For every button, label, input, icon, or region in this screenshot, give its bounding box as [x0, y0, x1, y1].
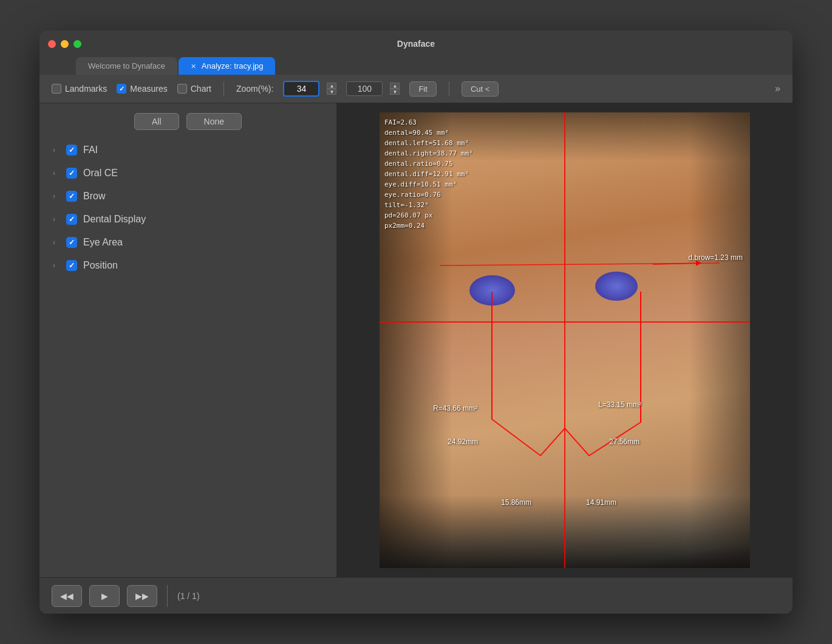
tab-analyze[interactable]: ✕ Analyze: tracy.jpg: [179, 57, 276, 75]
chart-checkbox[interactable]: [177, 84, 187, 94]
right-dist-label: 27.56mm: [609, 437, 639, 446]
tab-close-icon[interactable]: ✕: [191, 63, 196, 70]
left-dist-label: 24.92mm: [448, 437, 478, 446]
stat-tilt: tilt=-1.32°: [384, 200, 473, 210]
separator-1: [223, 81, 224, 96]
cut-button[interactable]: Cut <: [462, 81, 499, 97]
r-eye-label: R=43.66 mm²: [433, 404, 477, 413]
bottom-left-label: 15.86mm: [501, 498, 531, 507]
all-button[interactable]: All: [134, 113, 179, 130]
image-area: FAI=2.63 dental=90.45 mm² dental.left=51…: [337, 103, 793, 577]
measure-name-position: Position: [83, 260, 118, 271]
list-item[interactable]: › FAI: [49, 140, 327, 160]
next-button[interactable]: ▶▶: [127, 585, 157, 607]
face-image: FAI=2.63 dental=90.45 mm² dental.left=51…: [380, 112, 750, 568]
measure-name-dental-display: Dental Display: [83, 214, 146, 225]
brow-checkbox[interactable]: [66, 191, 77, 202]
minimize-button[interactable]: [61, 40, 69, 48]
stat-fai: FAI=2.63: [384, 117, 473, 128]
measure-list: › FAI › Oral CE › Brow › Dental: [49, 140, 327, 276]
zoom-input[interactable]: 34: [283, 81, 319, 97]
stat-dental-left: dental.left=51.68 mm²: [384, 138, 473, 148]
none-button[interactable]: None: [186, 113, 242, 130]
bottom-right-label: 14.91mm: [586, 498, 616, 507]
face-container: FAI=2.63 dental=90.45 mm² dental.left=51…: [337, 103, 793, 577]
maximize-button[interactable]: [73, 40, 81, 48]
titlebar: Dynaface: [39, 30, 793, 57]
measure-name-oral-ce: Oral CE: [83, 168, 118, 179]
d-brow-label: d.brow=1.23 mm: [688, 253, 743, 262]
chevron-icon: ›: [53, 261, 60, 270]
chart-label: Chart: [191, 84, 211, 94]
list-item[interactable]: › Dental Display: [49, 209, 327, 230]
list-item[interactable]: › Eye Area: [49, 232, 327, 253]
zoom-spinner[interactable]: ▲ ▼: [327, 83, 336, 95]
chevron-icon: ›: [53, 192, 60, 200]
measure-name-fai: FAI: [83, 145, 98, 156]
stat-px2mm: px2mm=0.24: [384, 221, 473, 231]
main-window: Dynaface Welcome to Dynaface ✕ Analyze: …: [39, 30, 793, 614]
oral-ce-checkbox[interactable]: [66, 168, 77, 179]
chart-checkbox-item[interactable]: Chart: [177, 84, 211, 94]
bottombar-separator: [167, 585, 168, 607]
l-eye-label: L=33.15 mm²: [598, 400, 641, 409]
chevron-icon: ›: [53, 238, 60, 247]
position-checkbox[interactable]: [66, 260, 77, 271]
zoom2-up-arrow[interactable]: ▲: [390, 83, 400, 89]
stat-dental-diff: dental.diff=12.91 mm²: [384, 169, 473, 179]
page-info: (1 / 1): [177, 591, 200, 601]
overlay-stats: FAI=2.63 dental=90.45 mm² dental.left=51…: [384, 117, 473, 231]
list-item[interactable]: › Position: [49, 255, 327, 276]
stat-dental-right: dental.right=38.77 mm²: [384, 148, 473, 159]
stat-eye-ratio: eye.ratio=0.76: [384, 190, 473, 200]
stat-pd: pd=260.07 px: [384, 210, 473, 221]
fai-checkbox[interactable]: [66, 145, 77, 156]
zoom-up-arrow[interactable]: ▲: [327, 83, 336, 89]
zoom2-down-arrow[interactable]: ▼: [390, 89, 400, 95]
list-item[interactable]: › Brow: [49, 186, 327, 207]
chevron-icon: ›: [53, 146, 60, 154]
close-button[interactable]: [48, 40, 56, 48]
fit-button[interactable]: Fit: [409, 81, 436, 97]
stat-dental: dental=90.45 mm²: [384, 128, 473, 138]
zoom-label: Zoom(%):: [236, 84, 273, 94]
play-button[interactable]: ▶: [89, 585, 120, 607]
chevron-icon: ›: [53, 169, 60, 177]
zoom-secondary-input[interactable]: 100: [346, 81, 383, 96]
more-button[interactable]: »: [775, 83, 780, 94]
landmarks-label: Landmarks: [65, 84, 107, 94]
prev-button[interactable]: ◀◀: [52, 585, 82, 607]
eye-area-checkbox[interactable]: [66, 237, 77, 248]
zoom2-spinner[interactable]: ▲ ▼: [390, 83, 400, 95]
toolbar: Landmarks Measures Chart Zoom(%): 34 ▲ ▼…: [39, 75, 793, 103]
stat-eye-diff: eye.diff=10.51 mm²: [384, 179, 473, 190]
landmarks-checkbox[interactable]: [52, 84, 61, 94]
chevron-icon: ›: [53, 215, 60, 224]
landmarks-checkbox-item[interactable]: Landmarks: [52, 84, 107, 94]
measures-label: Measures: [130, 84, 167, 94]
zoom-down-arrow[interactable]: ▼: [327, 89, 336, 95]
window-title: Dynaface: [397, 39, 435, 49]
sidebar: All None › FAI › Oral CE › Brow: [39, 103, 337, 577]
measures-checkbox[interactable]: [117, 84, 126, 94]
sidebar-buttons: All None: [49, 113, 327, 130]
separator-2: [449, 81, 449, 96]
list-item[interactable]: › Oral CE: [49, 163, 327, 183]
tab-welcome[interactable]: Welcome to Dynaface: [76, 57, 177, 75]
content-area: All None › FAI › Oral CE › Brow: [39, 103, 793, 577]
tabs-bar: Welcome to Dynaface ✕ Analyze: tracy.jpg: [39, 57, 793, 75]
measure-name-brow: Brow: [83, 191, 105, 202]
measure-name-eye-area: Eye Area: [83, 237, 123, 248]
stat-dental-ratio: dental.ratio=0.75: [384, 159, 473, 169]
dental-display-checkbox[interactable]: [66, 214, 77, 225]
bottombar: ◀◀ ▶ ▶▶ (1 / 1): [39, 577, 793, 614]
measures-checkbox-item[interactable]: Measures: [117, 84, 167, 94]
traffic-lights: [48, 40, 81, 48]
